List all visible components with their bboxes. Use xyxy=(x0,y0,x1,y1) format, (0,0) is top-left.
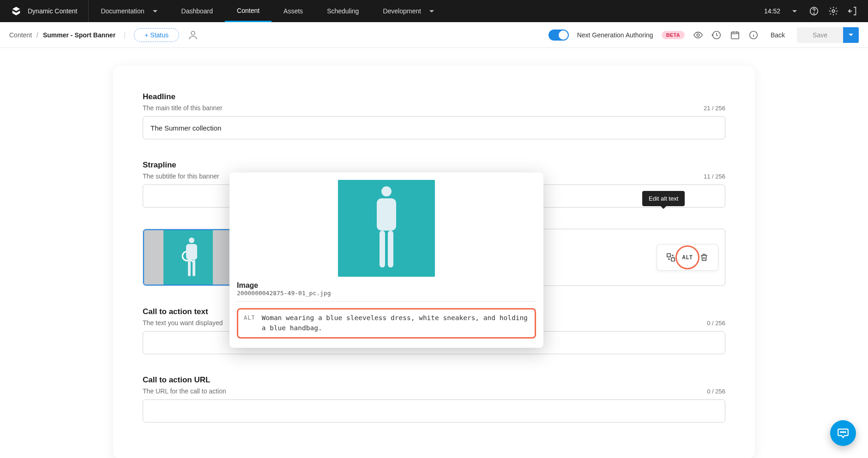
field-help: The main title of this banner xyxy=(143,104,223,112)
svg-rect-8 xyxy=(186,244,197,260)
popover-title: Image xyxy=(237,281,536,290)
field-help: The subtitle for this banner xyxy=(143,172,219,180)
nga-label: Next Generation Authoring xyxy=(577,31,653,39)
nav-documentation[interactable]: Documentation xyxy=(89,0,169,22)
info-icon[interactable] xyxy=(748,30,759,40)
nga-toggle[interactable] xyxy=(549,30,569,41)
svg-point-3 xyxy=(191,31,195,35)
top-nav: Dynamic Content Documentation Dashboard … xyxy=(0,0,868,22)
nav-assets[interactable]: Assets xyxy=(271,0,315,22)
char-count: 11 / 256 xyxy=(704,173,725,180)
field-label: Strapline xyxy=(143,161,725,170)
popover-filename: 2000000042875-49-01_pc.jpg xyxy=(237,290,536,302)
nav-scheduling[interactable]: Scheduling xyxy=(315,0,371,22)
image-thumbnail[interactable] xyxy=(143,229,233,286)
crumb-sep: / xyxy=(36,31,38,39)
char-count: 0 / 256 xyxy=(707,320,725,327)
svg-point-20 xyxy=(844,432,845,433)
nav-dashboard[interactable]: Dashboard xyxy=(169,0,225,22)
field-headline: Headline The main title of this banner 2… xyxy=(143,92,725,139)
alt-text-box[interactable]: ALT Woman wearing a blue sleeveless dres… xyxy=(237,308,536,339)
svg-rect-15 xyxy=(377,198,396,231)
save-button[interactable]: Save xyxy=(797,27,843,43)
chat-fab-button[interactable] xyxy=(830,420,856,446)
chevron-down-icon xyxy=(429,10,434,12)
add-status-button[interactable]: + Status xyxy=(134,28,179,42)
field-help: The text you want displayed xyxy=(143,319,223,327)
field-label: Call to action URL xyxy=(143,375,725,385)
svg-rect-16 xyxy=(380,231,385,268)
svg-rect-9 xyxy=(188,260,191,276)
crumb-current: Summer - Sport Banner xyxy=(43,31,115,39)
svg-point-2 xyxy=(832,10,835,12)
svg-rect-13 xyxy=(671,258,675,261)
popover-image-preview xyxy=(338,180,435,277)
svg-rect-17 xyxy=(388,231,393,268)
back-button[interactable]: Back xyxy=(767,28,789,42)
highlight-ring-icon xyxy=(675,245,699,269)
image-popover: Image 2000000042875-49-01_pc.jpg ALT Wom… xyxy=(229,172,543,348)
chevron-down-icon xyxy=(849,34,853,36)
svg-rect-12 xyxy=(667,254,670,257)
alt-text-value: Woman wearing a blue sleeveless dress, w… xyxy=(262,313,529,333)
char-count: 0 / 256 xyxy=(707,388,725,395)
field-cta-url: Call to action URL The URL for the call … xyxy=(143,375,725,422)
svg-point-18 xyxy=(841,432,842,433)
svg-rect-7 xyxy=(189,238,194,243)
sub-header: Content / Summer - Sport Banner | + Stat… xyxy=(0,22,868,48)
tooltip-edit-alt-text: Edit alt text xyxy=(642,191,685,206)
brand-name: Dynamic Content xyxy=(28,7,77,15)
logout-icon[interactable] xyxy=(848,6,858,16)
calendar-icon[interactable] xyxy=(730,30,740,40)
svg-point-1 xyxy=(814,13,814,13)
svg-rect-5 xyxy=(731,32,739,39)
crumb-root[interactable]: Content xyxy=(9,31,32,39)
help-icon[interactable] xyxy=(809,6,819,16)
field-help: The URL for the call to action xyxy=(143,387,226,395)
user-avatar-icon[interactable] xyxy=(187,30,199,41)
gear-icon[interactable] xyxy=(828,6,838,16)
clock-time: 14:52 xyxy=(764,7,780,15)
chevron-down-icon xyxy=(153,10,157,12)
brand-logo-icon xyxy=(11,6,21,16)
time-chevron-down-icon[interactable] xyxy=(790,6,800,16)
nav-content[interactable]: Content xyxy=(225,0,271,22)
cta-url-input[interactable] xyxy=(143,399,725,422)
svg-rect-14 xyxy=(381,186,392,196)
svg-point-19 xyxy=(843,432,844,433)
image-toolbar: ALT xyxy=(657,244,718,271)
brand: Dynamic Content xyxy=(0,0,89,22)
svg-point-4 xyxy=(697,34,699,36)
headline-input[interactable] xyxy=(143,116,725,139)
char-count: 21 / 256 xyxy=(704,105,725,112)
history-icon[interactable] xyxy=(711,30,722,40)
edit-alt-text-button[interactable]: ALT xyxy=(679,249,696,266)
svg-rect-10 xyxy=(193,260,195,276)
breadcrumb: Content / Summer - Sport Banner xyxy=(9,31,115,39)
nav-development[interactable]: Development xyxy=(371,0,446,22)
save-split-button: Save xyxy=(797,27,859,43)
field-label: Headline xyxy=(143,92,725,101)
beta-badge: BETA xyxy=(662,31,685,39)
preview-eye-icon[interactable] xyxy=(693,30,703,40)
save-dropdown-button[interactable] xyxy=(843,27,859,43)
alt-tag: ALT xyxy=(244,315,255,321)
